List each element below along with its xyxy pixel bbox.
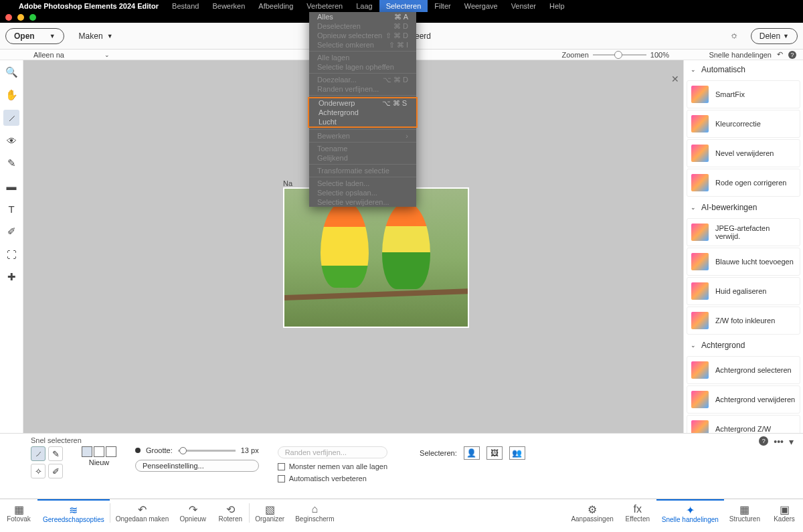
action-thumb-icon <box>691 115 709 132</box>
section-header[interactable]: ⌄Achtergrond <box>684 336 803 355</box>
select-people-icon[interactable]: 👥 <box>509 446 525 460</box>
quick-action-item[interactable]: Blauwe lucht toevoegen <box>687 248 800 276</box>
bird-shape <box>382 202 430 289</box>
size-label: Grootte: <box>146 446 173 454</box>
menubar: Adobe Photoshop Elements 2024 Editor Bes… <box>0 0 803 12</box>
action-thumb-icon <box>691 145 709 162</box>
crop-tool-icon[interactable]: ⛶ <box>3 246 19 262</box>
footer-item[interactable]: ✦Snelle handelingen <box>656 499 724 527</box>
quick-action-item[interactable]: Nevel verwijderen <box>687 139 800 167</box>
gradient-tool-icon[interactable]: ▬ <box>3 178 19 194</box>
quick-action-item[interactable]: JPEG-artefacten verwijd. <box>687 218 800 246</box>
footer-item[interactable]: ⌂Beginscherm <box>290 499 339 527</box>
help-icon[interactable]: ? <box>759 436 768 446</box>
footer-icon: ▦ <box>14 503 24 515</box>
minimize-window-button[interactable] <box>17 14 24 21</box>
menu-bestand[interactable]: Bestand <box>165 0 205 12</box>
zoom-tool-icon[interactable]: 🔍 <box>3 64 19 80</box>
footer-item[interactable]: ▣Kaders <box>766 499 803 527</box>
menu-item: Selectie verwijderen... <box>309 197 416 207</box>
view-label: Alleen na <box>33 51 64 59</box>
brush-tool-icon[interactable]: ✎ <box>3 155 19 171</box>
footer-item[interactable]: ▧Organizer <box>250 499 290 527</box>
quick-action-item[interactable]: SmartFix <box>687 80 800 108</box>
refine-edges-button[interactable]: Randen verfijnen... <box>278 446 387 458</box>
sample-all-layers-checkbox[interactable]: Monster nemen van alle lagen <box>278 462 387 470</box>
close-window-button[interactable] <box>5 14 12 21</box>
menu-item[interactable]: Achtergrond <box>309 108 416 117</box>
menu-item[interactable]: Alles⌘ A <box>309 12 416 21</box>
footer-item[interactable]: ↷Opnieuw <box>174 499 211 527</box>
select-subject-icon[interactable]: 👤 <box>464 446 480 460</box>
size-slider[interactable] <box>178 450 236 452</box>
quick-action-item[interactable]: Achtergrond verwijderen <box>687 385 800 414</box>
menu-item: Selectie laden... <box>309 179 416 188</box>
menu-item[interactable]: Onderwerp⌥ ⌘ S <box>309 98 416 108</box>
menu-item[interactable]: Lucht <box>309 117 416 126</box>
hand-tool-icon[interactable]: ✋ <box>3 87 19 103</box>
quick-action-item[interactable]: Kleurcorrectie <box>687 110 800 138</box>
footer-icon: ▧ <box>265 503 275 515</box>
action-thumb-icon <box>691 253 709 270</box>
brush-settings-button[interactable]: Penseelinstelling... <box>135 460 259 472</box>
share-button[interactable]: Delen▼ <box>751 28 798 44</box>
menu-afbeelding[interactable]: Afbeelding <box>252 0 300 12</box>
quick-action-item[interactable]: Achtergrond Z/W <box>687 415 800 433</box>
footer-item[interactable]: fxEffecten <box>619 499 656 527</box>
move-tool-icon[interactable]: ✚ <box>3 269 19 285</box>
menu-bewerken[interactable]: Bewerken <box>205 0 252 12</box>
quick-select-tool-icon[interactable]: ⟋ <box>3 110 19 126</box>
subtract-selection-icon[interactable] <box>106 446 116 457</box>
menu-venster[interactable]: Venster <box>505 0 543 12</box>
refine-brush-icon[interactable]: ✐ <box>48 464 63 478</box>
menu-separator <box>309 51 416 52</box>
footer-item[interactable]: ≋Gereedschapsopties <box>37 499 110 527</box>
menu-weergave[interactable]: Weergave <box>458 0 505 12</box>
section-header[interactable]: ⌄Automatisch <box>684 60 803 79</box>
quick-action-item[interactable]: Huid egaliseren <box>687 277 800 305</box>
magic-wand-icon[interactable]: ✧ <box>31 464 46 478</box>
collapse-icon[interactable]: ▾ <box>789 436 794 447</box>
undo-icon[interactable]: ↶ <box>777 50 783 59</box>
footer-item[interactable]: ↶Ongedaan maken <box>110 499 175 527</box>
theme-toggle-icon[interactable] <box>729 31 740 41</box>
quick-select-mode-icon[interactable]: ⟋ <box>31 446 46 461</box>
footer-label: Organizer <box>255 515 284 523</box>
menu-filter[interactable]: Filter <box>428 0 457 12</box>
maximize-window-button[interactable] <box>29 14 36 21</box>
footer-item[interactable]: ⟲Roteren <box>211 499 249 527</box>
footer-item[interactable]: ▦Fotovak <box>0 499 37 527</box>
type-tool-icon[interactable]: T <box>3 201 19 217</box>
menu-verbeteren[interactable]: Verbeteren <box>300 0 349 12</box>
footer-item[interactable]: ⚙Aanpassingen <box>565 499 618 527</box>
after-label: Na <box>283 179 292 187</box>
menu-help[interactable]: Help <box>543 0 571 12</box>
more-icon[interactable]: ••• <box>774 436 784 447</box>
footer-item[interactable]: ▦Structuren <box>724 499 766 527</box>
view-selector[interactable]: Alleen na⌄ <box>33 51 110 59</box>
new-selection-icon[interactable] <box>82 446 92 457</box>
add-selection-icon[interactable] <box>94 446 104 457</box>
close-panel-icon[interactable]: ✕ <box>671 74 679 84</box>
quick-action-item[interactable]: Achtergrond selecteren <box>687 356 800 384</box>
eyedropper-tool-icon[interactable]: ✐ <box>3 224 19 240</box>
footer-icon: ⌂ <box>312 503 319 515</box>
selection-brush-icon[interactable]: ✎ <box>48 446 63 461</box>
help-icon[interactable]: ? <box>788 51 796 59</box>
quick-action-item[interactable]: Rode ogen corrigeren <box>687 169 800 197</box>
eye-tool-icon[interactable]: 👁 <box>3 132 19 149</box>
menu-item: Gelijkend <box>309 153 416 163</box>
canvas-image[interactable] <box>283 187 469 328</box>
menu-laag[interactable]: Laag <box>349 0 379 12</box>
footer-icon: ↶ <box>138 503 147 515</box>
select-landscape-icon[interactable]: 🖼 <box>486 446 503 460</box>
menu-selecteren[interactable]: Selecteren <box>379 0 428 12</box>
quick-action-item[interactable]: Z/W foto inkleuren <box>687 306 800 335</box>
make-button[interactable]: Maken▼ <box>79 31 113 41</box>
zoom-slider[interactable] <box>593 54 646 56</box>
section-header[interactable]: ⌄AI-bewerkingen <box>684 198 803 217</box>
open-button[interactable]: Open▼ <box>5 28 64 44</box>
menu-separator <box>309 142 416 143</box>
action-thumb-icon <box>691 282 709 300</box>
auto-enhance-checkbox[interactable]: Automatisch verbeteren <box>278 474 387 482</box>
